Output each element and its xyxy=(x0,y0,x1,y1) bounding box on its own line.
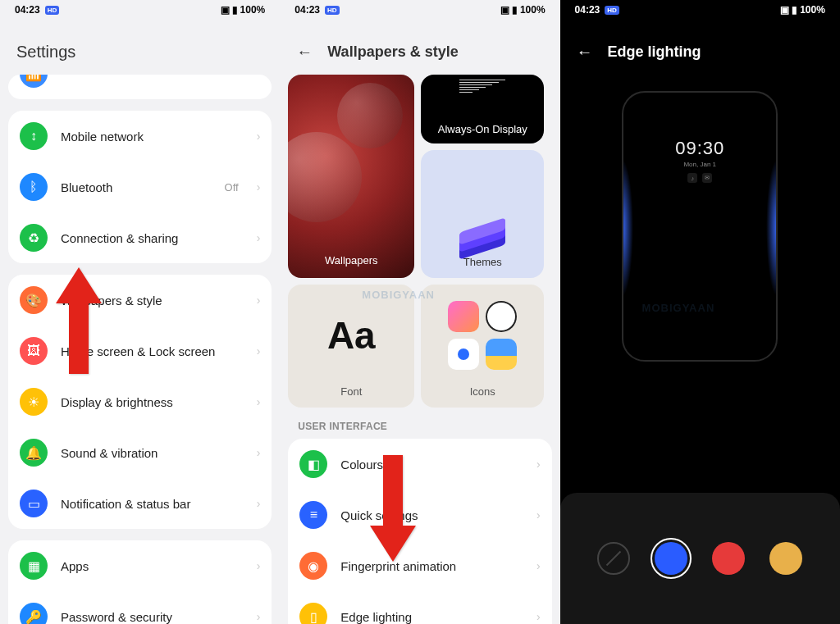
settings-row-edge-lighting[interactable]: ▯ Edge lighting › xyxy=(288,591,551,624)
settings-row-bluetooth[interactable]: ᛒ Bluetooth Off › xyxy=(8,162,272,212)
chevron-right-icon: › xyxy=(536,458,541,471)
settings-list[interactable]: 📶 ↕ Mobile network › ᛒ Bluetooth Off › ♻… xyxy=(0,75,280,624)
settings-label: Password & security xyxy=(61,610,244,624)
edge-lighting-icon: ▯ xyxy=(299,603,327,624)
settings-label: Wallpapers & style xyxy=(61,294,244,307)
hd-icon: HD xyxy=(45,6,60,15)
preview-time: 09:30 xyxy=(623,138,776,159)
watermark: MOBIGYAAN xyxy=(642,302,715,314)
chevron-right-icon: › xyxy=(257,395,261,408)
page-title: Wallpapers & style xyxy=(327,43,458,61)
brightness-icon: ☀ xyxy=(20,388,48,416)
battery-saver-icon: ▣ xyxy=(500,4,509,16)
settings-pane: 04:23 HD ▣ ▮ 100% Settings 📶 ↕ Mobile ne… xyxy=(0,0,280,624)
ui-settings-group: ◧ Colours › ≡ Quick settings › ◉ Fingerp… xyxy=(288,439,551,624)
tile-icons[interactable]: Icons xyxy=(421,285,544,408)
status-time: 04:23 xyxy=(294,4,320,16)
settings-label: Apps xyxy=(61,559,244,573)
chevron-right-icon: › xyxy=(257,294,261,307)
color-option-blue[interactable] xyxy=(655,542,687,575)
tile-font[interactable]: Aa Font xyxy=(288,285,414,408)
settings-row-wallpapers-style[interactable]: 🎨 Wallpapers & style › xyxy=(8,275,272,326)
settings-row-password-security[interactable]: 🔑 Password & security › xyxy=(8,591,272,624)
settings-label: Notification & status bar xyxy=(61,497,244,511)
font-aa-icon: Aa xyxy=(327,313,376,358)
color-option-gold[interactable] xyxy=(769,542,802,575)
chevron-right-icon: › xyxy=(257,559,261,572)
phone-preview: 09:30 Mon, Jan 1 ♪✉ xyxy=(622,91,778,362)
settings-row-connection-sharing[interactable]: ♻ Connection & sharing › xyxy=(8,212,272,263)
back-arrow-icon[interactable]: ← xyxy=(577,43,593,61)
themes-stack-icon xyxy=(459,220,505,256)
settings-group: 📶 xyxy=(8,75,272,99)
settings-row-colours[interactable]: ◧ Colours › xyxy=(288,439,551,490)
chevron-right-icon: › xyxy=(257,344,261,358)
battery-percent: 100% xyxy=(800,4,825,16)
edge-lighting-pane: 04:23 HD ▣ ▮ 100% ← Edge lighting 09:30 … xyxy=(560,0,840,624)
settings-row-apps[interactable]: ▦ Apps › xyxy=(8,540,272,591)
homescreen-icon: 🖼 xyxy=(20,337,48,365)
settings-row-display-brightness[interactable]: ☀ Display & brightness › xyxy=(8,376,272,427)
tile-wallpapers[interactable]: Wallpapers xyxy=(288,75,414,278)
status-bar: 04:23 HD ▣ ▮ 100% xyxy=(0,0,280,20)
hd-icon: HD xyxy=(605,6,619,15)
chevron-right-icon: › xyxy=(257,446,261,459)
color-option-red[interactable] xyxy=(712,542,745,575)
icons-preview-icon xyxy=(448,301,517,370)
settings-label: Display & brightness xyxy=(61,395,244,409)
settings-label: Mobile network xyxy=(61,130,244,143)
page-title: Settings xyxy=(0,20,280,75)
aod-lines-icon xyxy=(459,80,505,93)
page-title: Edge lighting xyxy=(608,43,701,61)
settings-label: Fingerprint animation xyxy=(340,559,523,573)
color-option-none[interactable] xyxy=(597,542,630,575)
connection-sharing-icon: ♻ xyxy=(20,224,48,252)
status-time: 04:23 xyxy=(575,4,600,16)
battery-icon: ▮ xyxy=(232,4,238,16)
battery-percent: 100% xyxy=(520,4,546,16)
page-header: ← Wallpapers & style xyxy=(280,20,559,75)
watermark: MOBIGYAAN xyxy=(362,289,435,301)
tile-label: Icons xyxy=(470,385,495,398)
notification-icon: ▭ xyxy=(20,490,48,517)
settings-label: Bluetooth xyxy=(61,180,212,194)
settings-group: ↕ Mobile network › ᛒ Bluetooth Off › ♻ C… xyxy=(8,111,272,263)
color-picker-bar xyxy=(560,493,840,624)
battery-percent: 100% xyxy=(240,4,266,16)
settings-row-sim[interactable]: 📶 xyxy=(8,75,59,99)
settings-label: Edge lighting xyxy=(340,610,523,624)
section-label: USER INTERFACE xyxy=(280,408,559,439)
battery-saver-icon: ▣ xyxy=(221,4,230,16)
settings-label: Quick settings xyxy=(340,508,523,522)
tile-themes[interactable]: Themes xyxy=(421,150,544,278)
settings-row-fingerprint-animation[interactable]: ◉ Fingerprint animation › xyxy=(288,540,551,591)
back-arrow-icon[interactable]: ← xyxy=(296,43,313,61)
preview-notif-icons: ♪✉ xyxy=(623,173,776,183)
battery-icon: ▮ xyxy=(512,4,518,16)
tile-label: Wallpapers xyxy=(325,254,378,266)
settings-row-mobile-network[interactable]: ↕ Mobile network › xyxy=(8,111,272,162)
preview-date: Mon, Jan 1 xyxy=(623,161,776,168)
settings-row-home-lock-screen[interactable]: 🖼 Home screen & Lock screen › xyxy=(8,326,272,376)
settings-group: ▦ Apps › 🔑 Password & security › 🛡 Priva… xyxy=(8,540,272,624)
settings-label: Colours xyxy=(340,458,523,471)
settings-label: Home screen & Lock screen xyxy=(61,344,244,358)
settings-row-quick-settings[interactable]: ≡ Quick settings › xyxy=(288,490,551,540)
chevron-right-icon: › xyxy=(257,130,261,143)
settings-row-sound-vibration[interactable]: 🔔 Sound & vibration › xyxy=(8,427,272,478)
battery-saver-icon: ▣ xyxy=(780,4,789,16)
sim-icon: 📶 xyxy=(20,75,48,88)
tile-always-on-display[interactable]: Always-On Display xyxy=(421,75,544,143)
status-time: 04:23 xyxy=(15,4,40,16)
settings-value: Off xyxy=(225,181,239,194)
chevron-right-icon: › xyxy=(536,559,541,572)
settings-group: 🎨 Wallpapers & style › 🖼 Home screen & L… xyxy=(8,275,272,529)
chevron-right-icon: › xyxy=(257,497,261,510)
settings-row-notification-statusbar[interactable]: ▭ Notification & status bar › xyxy=(8,478,272,529)
status-bar: 04:23 HD ▣ ▮ 100% xyxy=(560,0,840,20)
colours-icon: ◧ xyxy=(299,450,327,478)
chevron-right-icon: › xyxy=(257,180,261,194)
mobile-network-icon: ↕ xyxy=(20,122,48,150)
fingerprint-icon: ◉ xyxy=(299,552,327,580)
settings-label: Connection & sharing xyxy=(61,231,244,245)
